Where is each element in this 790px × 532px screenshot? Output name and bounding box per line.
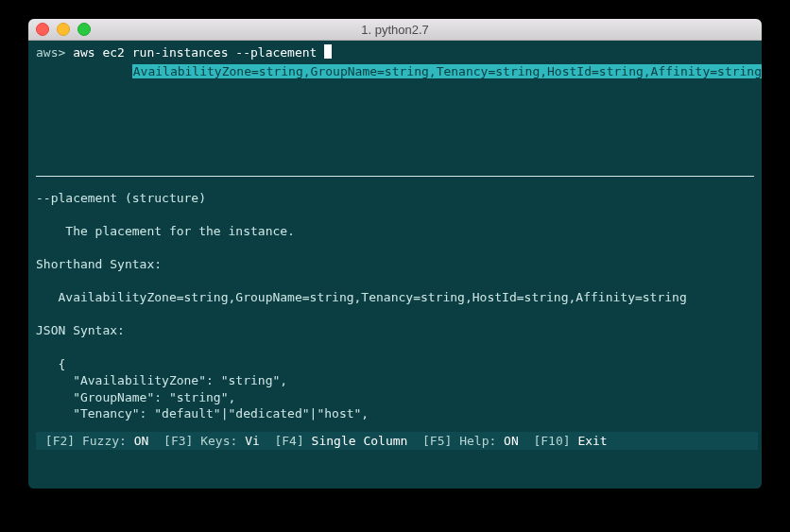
command-line[interactable]: aws> aws ec2 run-instances --placement bbox=[36, 44, 754, 61]
f4-value[interactable]: Single Column bbox=[312, 434, 408, 448]
f2-label: [F2] Fuzzy: bbox=[38, 434, 134, 448]
terminal-body[interactable]: aws> aws ec2 run-instances --placement A… bbox=[28, 41, 762, 489]
f4-label: [F4] bbox=[260, 434, 312, 448]
titlebar: 1. python2.7 bbox=[28, 19, 762, 41]
json-label: JSON Syntax: bbox=[36, 322, 754, 339]
terminal-window: 1. python2.7 aws> aws ec2 run-instances … bbox=[28, 19, 762, 489]
prompt-label: aws> bbox=[36, 45, 65, 60]
autocomplete-suggestion[interactable]: AvailabilityZone=string,GroupName=string… bbox=[36, 63, 754, 80]
help-panel: --placement (structure) The placement fo… bbox=[36, 177, 754, 422]
shorthand-value: AvailabilityZone=string,GroupName=string… bbox=[36, 289, 754, 306]
blank bbox=[36, 240, 754, 257]
zoom-icon[interactable] bbox=[77, 23, 91, 36]
f2-value[interactable]: ON bbox=[134, 434, 149, 448]
json-line: "Tenancy": "default"|"dedicated"|"host", bbox=[36, 405, 754, 422]
f10-value[interactable]: Exit bbox=[577, 434, 607, 448]
minimize-icon[interactable] bbox=[57, 23, 70, 36]
f3-value[interactable]: Vi bbox=[245, 434, 260, 448]
spacer bbox=[36, 79, 754, 176]
f10-label: [F10] bbox=[519, 434, 578, 448]
status-bar: [F2] Fuzzy: ON [F3] Keys: Vi [F4] Single… bbox=[36, 430, 754, 456]
blank bbox=[36, 273, 754, 290]
close-icon[interactable] bbox=[36, 23, 49, 36]
help-header: --placement (structure) bbox=[36, 190, 754, 207]
json-line: "GroupName": "string", bbox=[36, 389, 754, 406]
command-text: aws ec2 run-instances --placement bbox=[73, 45, 324, 60]
traffic-lights bbox=[28, 23, 91, 36]
json-line: "AvailabilityZone": "string", bbox=[36, 372, 754, 389]
blank bbox=[36, 339, 754, 356]
f3-label: [F3] Keys: bbox=[148, 434, 245, 448]
suggestion-text: AvailabilityZone=string,GroupName=string… bbox=[132, 64, 762, 78]
blank bbox=[36, 207, 754, 224]
f5-label: [F5] Help: bbox=[407, 434, 504, 448]
help-description: The placement for the instance. bbox=[36, 223, 754, 240]
json-line: { bbox=[36, 356, 754, 373]
suggestion-indent bbox=[36, 64, 132, 78]
shorthand-label: Shorthand Syntax: bbox=[36, 256, 754, 273]
window-title: 1. python2.7 bbox=[28, 23, 762, 37]
cursor-icon bbox=[324, 44, 332, 59]
blank bbox=[36, 306, 754, 323]
f5-value[interactable]: ON bbox=[504, 434, 519, 448]
